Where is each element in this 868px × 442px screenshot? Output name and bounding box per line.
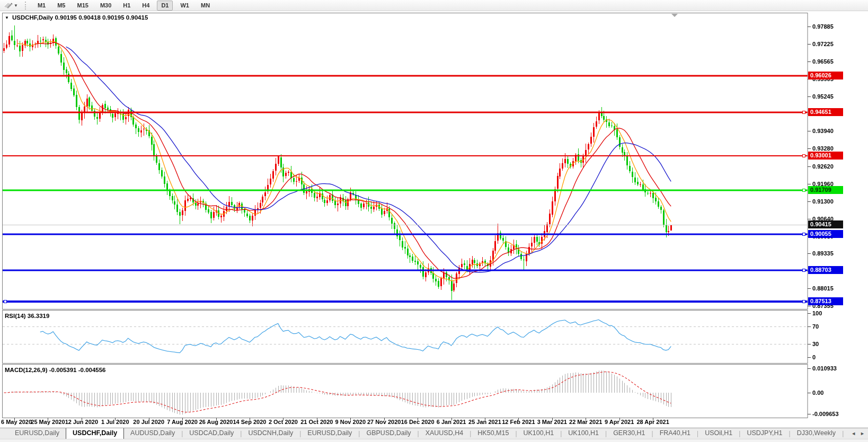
price-axis-tick: 0.97225 [812,40,834,48]
price-line-badge: 0.96026 [808,72,843,79]
timeframe-button-w1[interactable]: W1 [176,1,193,11]
chart-tab-xauusd-h4[interactable]: XAUUSD,H4 [419,428,470,439]
timeframe-button-m30[interactable]: M30 [96,1,116,11]
price-line-badge: 0.90055 [808,230,843,238]
chart-tab-hk50-m15[interactable]: HK50,M15 [471,428,515,439]
chart-tab-usdjpy-h1[interactable]: USDJPY,H1 [740,428,789,439]
price-line-badge: 0.94651 [808,108,843,116]
chart-tab-audusd-daily[interactable]: AUDUSD,Daily [124,428,181,439]
macd-axis-tick: 0.010933 [812,365,837,372]
timeframe-button-h1[interactable]: H1 [119,1,135,11]
draw-tools-button[interactable]: ▼ [2,1,20,11]
price-axis-tick: 0.91300 [812,198,834,205]
chart-tab-fra40-h1[interactable]: FRA40,H1 [653,428,697,439]
timeframe-bar: M1M5M15M30H1H4D1W1MN [32,1,216,11]
timeframe-button-m5[interactable]: M5 [53,1,69,11]
price-axis-tick: 0.92620 [812,163,834,170]
chart-overlay-labels: ▼USDCHF,Daily 0.90195 0.90418 0.90195 0.… [0,0,868,442]
date-axis-label[interactable]: 28 Apr 2021 [631,419,675,425]
tab-scroll-left-icon[interactable]: ◄ [851,431,856,436]
tab-scroll-right-icon[interactable]: ► [860,431,865,436]
timeframe-button-m15[interactable]: M15 [73,1,92,11]
price-axis-tick: 0.89335 [812,250,834,257]
rsi-axis-tick: 100 [812,310,822,317]
toolbar-grip-handle[interactable] [25,2,28,10]
chart-tab-eurusd-daily[interactable]: EURUSD,Daily [8,428,66,439]
price-axis-tick: 0.93280 [812,145,834,152]
chart-tab-usdcnh-daily[interactable]: USDCNH,Daily [242,428,299,439]
timeframe-button-h4[interactable]: H4 [138,1,154,11]
chart-tab-uk100-h1[interactable]: UK100,H1 [517,428,561,439]
chart-tab-usdchf-daily[interactable]: USDCHF,Daily [66,428,124,439]
chart-tab-ger30-h1[interactable]: GER30,H1 [607,428,651,439]
pencil-icon [4,1,13,11]
rsi-axis-tick: 30 [812,340,819,348]
tab-scroll-controls: ◄ ► [844,428,868,439]
timeframe-button-m1[interactable]: M1 [33,1,50,11]
chart-toolbar: ▼ M1M5M15M30H1H4D1W1MN [0,0,868,11]
current-price-badge: 0.90415 [808,220,843,228]
status-strip [0,439,868,442]
triangle-down-icon[interactable]: ▼ [5,15,9,20]
chart-tab-usdcad-daily[interactable]: USDCAD,Daily [183,428,240,439]
rsi-axis-tick: 70 [812,323,819,330]
macd-axis-tick: -0.009653 [812,410,839,418]
chart-tab-usoil-h1[interactable]: USOil,H1 [698,428,739,439]
chart-tab-uk100-h1[interactable]: UK100,H1 [562,428,605,439]
trading-terminal-window: ▼ M1M5M15M30H1H4D1W1MN ▼USDCHF,Daily 0.9… [0,0,868,442]
chart-tab-bar: EURUSD,DailyUSDCHF,DailyAUDUSD,Daily|USD… [0,428,868,439]
rsi-indicator-label: RSI(14) 36.3319 [5,313,49,319]
chart-tab-eurusd-daily[interactable]: EURUSD,Daily [301,428,358,439]
price-line-badge: 0.91709 [808,186,843,194]
macd-axis-tick: 0.00 [812,389,823,396]
chart-tab-gbpusd-daily[interactable]: GBPUSD,Daily [360,428,417,439]
price-axis-tick: 0.96565 [812,58,834,65]
rsi-axis-tick: 0 [812,353,816,361]
price-axis-tick: 0.88015 [812,285,834,292]
price-line-badge: 0.87513 [808,297,843,305]
chart-tab-dj30-weekly[interactable]: DJ30,Weekly [791,428,842,439]
price-line-badge: 0.93001 [808,152,843,160]
timeframe-button-d1[interactable]: D1 [157,1,173,11]
chart-title: ▼USDCHF,Daily 0.90195 0.90418 0.90195 0.… [5,14,148,21]
price-axis-tick: 0.97885 [812,23,834,30]
chevron-down-icon: ▼ [14,3,18,8]
macd-indicator-label: MACD(12,26,9) -0.005391 -0.004556 [5,367,106,373]
price-line-badge: 0.88703 [808,266,843,274]
price-axis-tick: 0.95245 [812,93,834,100]
price-axis-tick: 0.93940 [812,127,834,135]
timeframe-button-mn[interactable]: MN [197,1,214,11]
